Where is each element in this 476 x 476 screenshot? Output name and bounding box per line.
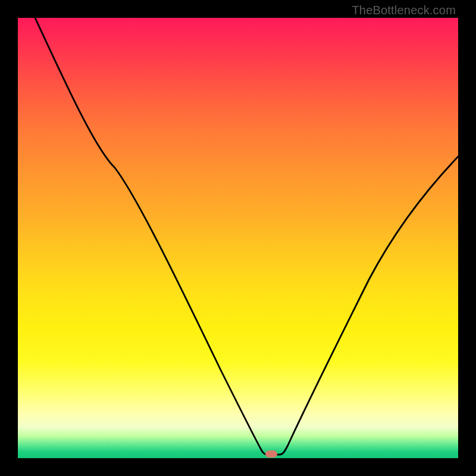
- chart-border-left: [0, 0, 18, 476]
- plot-area: [18, 18, 458, 458]
- chart-border-right: [458, 0, 476, 476]
- bottleneck-curve-line: [35, 18, 458, 455]
- chart-border-bottom: [0, 458, 476, 476]
- minimum-marker: [265, 450, 277, 458]
- chart-svg: [18, 18, 458, 458]
- watermark-text: TheBottleneck.com: [352, 4, 456, 17]
